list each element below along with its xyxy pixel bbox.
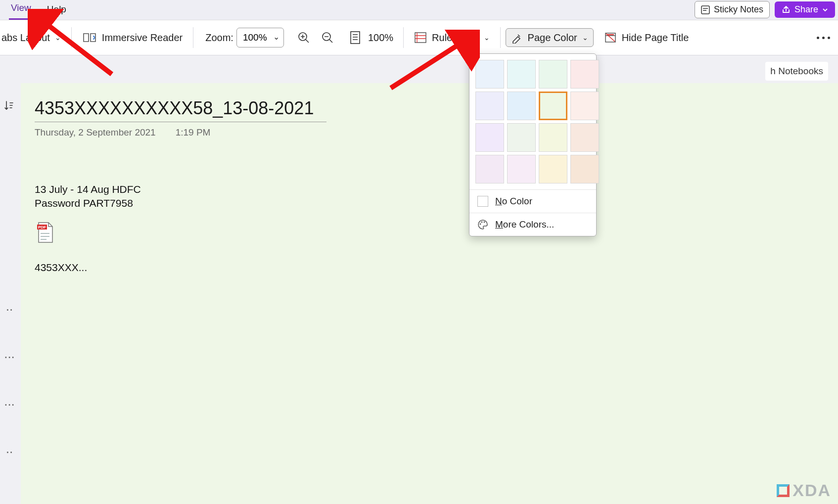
page-list-item-truncated[interactable]: .. <box>6 442 13 455</box>
page-color-button[interactable]: Page Color ⌄ <box>506 28 594 47</box>
color-swatch[interactable] <box>539 155 567 183</box>
share-icon <box>782 5 791 14</box>
more-colors-label: More Colors... <box>495 219 554 230</box>
immersive-reader-button[interactable]: Immersive Reader <box>77 28 188 47</box>
zoom-out-button[interactable] <box>318 28 337 47</box>
zoom-value: 100% <box>243 32 267 43</box>
chevron-down-icon <box>822 7 828 13</box>
page-title[interactable]: 4353XXXXXXXXXX58_13-08-2021 <box>35 98 326 122</box>
color-swatch[interactable] <box>570 123 599 152</box>
attachment-caption: 4353XXX... <box>35 261 824 275</box>
color-swatch[interactable] <box>570 92 599 120</box>
sticky-note-icon <box>701 5 710 14</box>
ribbon-toolbar: abs Layout ⌄ Immersive Reader Zoom: 100%… <box>0 20 838 55</box>
zoom-out-icon <box>321 31 334 44</box>
header-right: Sticky Notes Share <box>695 1 835 18</box>
share-button[interactable]: Share <box>775 1 835 18</box>
zoom-select[interactable]: 100% <box>236 28 284 47</box>
color-swatch[interactable] <box>475 92 504 120</box>
color-swatch[interactable] <box>539 92 567 120</box>
color-swatch[interactable] <box>507 123 536 152</box>
page-canvas[interactable]: 4353XXXXXXXXXX58_13-08-2021 Thursday, 2 … <box>21 83 838 504</box>
page-time: 1:19 PM <box>176 127 211 138</box>
svg-rect-3 <box>351 32 360 44</box>
ribbon-overflow-button[interactable] <box>813 28 833 47</box>
color-swatch[interactable] <box>475 123 504 152</box>
rule-lines-label: Rule Lines <box>432 32 479 44</box>
color-swatch[interactable] <box>570 155 599 183</box>
color-swatch[interactable] <box>507 60 536 89</box>
page-list-item-truncated[interactable]: ... <box>4 347 15 360</box>
color-swatch-grid <box>469 54 596 189</box>
sticky-notes-label: Sticky Notes <box>714 4 763 15</box>
color-swatch[interactable] <box>539 123 567 152</box>
page-list-item-truncated[interactable]: .. <box>6 300 13 313</box>
chevron-down-icon: ⌄ <box>484 34 490 42</box>
color-swatch[interactable] <box>507 92 536 120</box>
svg-text:PDF: PDF <box>38 225 46 229</box>
page-body[interactable]: 13 July - 14 Aug HDFC Password PART7958 … <box>35 183 824 275</box>
svg-rect-0 <box>701 6 709 14</box>
pdf-file-icon: PDF <box>35 222 55 243</box>
page-color-label: Page Color <box>528 32 577 44</box>
sort-icon[interactable] <box>3 100 15 112</box>
tabs-layout-label: abs Layout <box>1 32 50 44</box>
more-colors-option[interactable]: More Colors... <box>469 213 596 236</box>
page-list-sliver: .. ... ... .. <box>0 79 19 504</box>
page-width-icon <box>349 31 361 45</box>
hide-page-title-icon <box>604 32 617 44</box>
chevron-down-icon: ⌄ <box>55 34 61 42</box>
color-swatch[interactable] <box>570 60 599 89</box>
share-label: Share <box>794 4 818 15</box>
pdf-attachment[interactable]: PDF <box>35 222 824 247</box>
page-width-value: 100% <box>368 32 393 44</box>
color-swatch[interactable] <box>507 155 536 183</box>
svg-point-9 <box>481 222 483 223</box>
svg-point-10 <box>484 222 485 223</box>
palette-icon <box>477 219 488 230</box>
menu-help[interactable]: Help <box>45 1 68 20</box>
tabs-layout-button[interactable]: abs Layout ⌄ <box>0 29 66 47</box>
separator <box>71 27 72 48</box>
menu-view[interactable]: View <box>9 0 33 20</box>
color-swatch[interactable] <box>475 155 504 183</box>
hide-page-title-label: Hide Page Title <box>622 32 689 44</box>
svg-rect-4 <box>415 33 426 43</box>
no-color-label: No Color <box>495 196 532 207</box>
zoom-label: Zoom: <box>198 32 236 44</box>
separator <box>500 27 501 48</box>
immersive-reader-icon <box>82 31 97 44</box>
hide-page-title-button[interactable]: Hide Page Title <box>599 28 695 47</box>
no-color-icon <box>477 196 488 207</box>
watermark-text: XDA <box>792 481 831 500</box>
body-line: 13 July - 14 Aug HDFC <box>35 183 824 196</box>
page-color-icon <box>511 32 523 44</box>
no-color-option[interactable]: No Color <box>469 189 596 213</box>
page-color-popup: No Color More Colors... <box>469 53 597 236</box>
xda-watermark: XDA <box>777 481 831 500</box>
page-meta: Thursday, 2 September 2021 1:19 PM <box>35 127 824 138</box>
more-icon <box>817 37 830 39</box>
page-list-item-truncated[interactable]: ... <box>4 395 15 408</box>
color-swatch[interactable] <box>539 60 567 89</box>
rule-lines-button[interactable]: Rule Lines ⌄ <box>409 28 495 47</box>
xda-logo-icon <box>777 484 790 497</box>
page-date: Thursday, 2 September 2021 <box>35 127 156 138</box>
rule-lines-icon <box>414 32 427 44</box>
separator <box>403 27 404 48</box>
zoom-in-icon <box>297 31 310 44</box>
search-notebooks-hint: h Notebooks <box>765 62 828 81</box>
color-swatch[interactable] <box>475 60 504 89</box>
svg-point-8 <box>480 224 481 225</box>
zoom-in-button[interactable] <box>294 28 314 47</box>
immersive-reader-label: Immersive Reader <box>102 32 183 44</box>
sticky-notes-button[interactable]: Sticky Notes <box>695 1 770 18</box>
separator <box>193 27 193 48</box>
page-width-icon-button[interactable] <box>345 28 365 47</box>
chevron-down-icon: ⌄ <box>582 34 588 42</box>
body-line: Password PART7958 <box>35 196 824 210</box>
